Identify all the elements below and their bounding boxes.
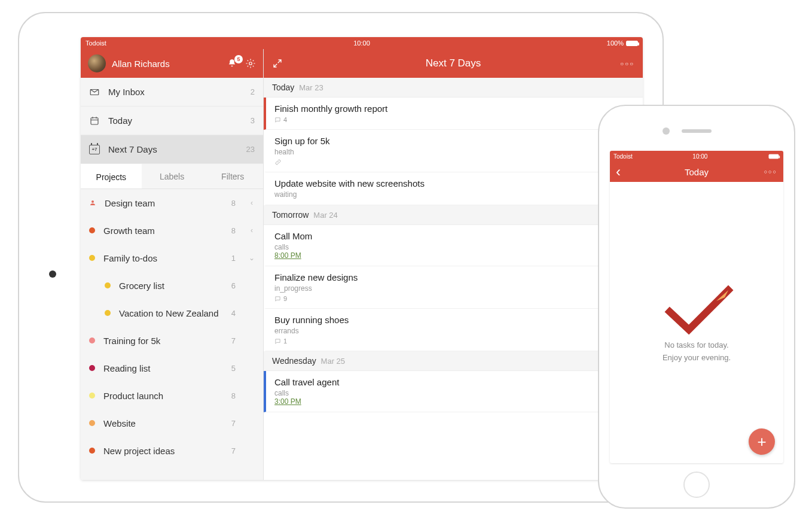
- svg-point-3: [91, 200, 94, 203]
- sidebar-tabs: Projects Labels Filters: [81, 164, 263, 189]
- nav-next7days[interactable]: +7 Next 7 Days 23: [81, 135, 263, 164]
- project-name: Reading list: [103, 363, 150, 373]
- iphone-nav-bar: ‹ Today ○○○: [610, 162, 783, 182]
- tab-filters[interactable]: Filters: [202, 164, 263, 188]
- project-item[interactable]: Family to-dos1⌄: [81, 244, 263, 272]
- chevron-icon[interactable]: ‹: [249, 226, 255, 235]
- calendar-7-icon: +7: [89, 145, 100, 154]
- ipad-device-frame: Todoist 10:00 100% Allan Richards 5: [18, 12, 664, 503]
- chevron-icon[interactable]: ⌄: [249, 254, 255, 262]
- project-name: New project ideas: [103, 446, 175, 456]
- task-item[interactable]: Finish monthly growth report4: [264, 98, 643, 130]
- link-icon: [274, 159, 282, 166]
- task-title: Finalize new designs: [274, 272, 634, 282]
- iphone-screen: Todoist 10:00 ‹ Today ○○○ No tasks for t…: [610, 151, 783, 463]
- task-item[interactable]: Finalize new designsin_progress9: [264, 266, 643, 309]
- task-list[interactable]: Today Mar 23Finish monthly growth report…: [264, 78, 643, 480]
- project-item[interactable]: Product launch8: [81, 382, 263, 409]
- empty-line-1: No tasks for today.: [664, 340, 728, 349]
- project-name: Training for 5k: [103, 336, 160, 346]
- comment-icon: [274, 338, 281, 345]
- section-day: Today: [272, 83, 294, 92]
- settings-button[interactable]: [245, 58, 256, 69]
- project-color-dot: [89, 365, 95, 371]
- sidebar: Allan Richards 5 My Inbox 2 Today 3: [81, 49, 264, 480]
- task-item[interactable]: Update website with new screenshotswaiti…: [264, 172, 643, 205]
- comment-icon: [274, 296, 281, 302]
- add-task-fab[interactable]: +: [749, 428, 775, 455]
- project-count: 6: [231, 281, 236, 290]
- main-header: Next 7 Days ○○○: [264, 49, 643, 78]
- svg-rect-2: [91, 117, 98, 124]
- task-item[interactable]: Buy running shoeserrands1: [264, 309, 643, 351]
- empty-state: No tasks for today. Enjoy your evening. …: [610, 182, 783, 463]
- section-header: Tomorrow Mar 24: [264, 205, 643, 225]
- chevron-icon[interactable]: ‹: [249, 199, 255, 207]
- nav-today-label: Today: [108, 115, 132, 126]
- task-title: Update website with new screenshots: [274, 178, 634, 188]
- iphone-status-bar: Todoist 10:00: [610, 151, 783, 162]
- iphone-title: Today: [610, 162, 783, 182]
- battery-icon: [769, 154, 779, 159]
- task-item[interactable]: Call Momcalls8:00 PM: [264, 225, 643, 266]
- task-item[interactable]: Call travel agentcalls3:00 PMVacation t…: [264, 371, 643, 412]
- user-avatar[interactable]: [88, 54, 106, 72]
- project-item[interactable]: New project ideas7: [81, 437, 263, 464]
- task-item[interactable]: Sign up for 5khealth: [264, 130, 643, 172]
- task-meta: health: [274, 148, 634, 156]
- task-meta: in_progress: [274, 284, 634, 293]
- task-meta: errands: [274, 327, 634, 335]
- statusbar-time: 10:00: [270, 39, 454, 47]
- iphone-home-button: [683, 472, 710, 498]
- notifications-count: 5: [234, 55, 243, 63]
- project-item[interactable]: Website7: [81, 409, 263, 437]
- ipad-status-bar: Todoist 10:00 100%: [81, 37, 643, 49]
- notifications-button[interactable]: 5: [225, 56, 239, 71]
- task-label: errands: [274, 327, 299, 335]
- project-color-dot: [89, 393, 95, 399]
- task-label: in_progress: [274, 284, 312, 293]
- project-name: Design team: [105, 198, 155, 208]
- task-title: Call travel agent: [274, 377, 634, 387]
- task-title: Buy running shoes: [274, 315, 634, 325]
- ipad-home-button: [49, 270, 56, 278]
- project-item[interactable]: Growth team8‹: [81, 217, 263, 244]
- project-color-dot: [89, 420, 95, 426]
- tab-labels[interactable]: Labels: [142, 164, 203, 188]
- nav-inbox[interactable]: My Inbox 2: [81, 78, 263, 107]
- iphone-camera: [663, 127, 670, 135]
- section-header: Today Mar 23: [264, 78, 643, 98]
- nav-today[interactable]: Today 3: [81, 107, 263, 135]
- section-date: Mar 23: [299, 83, 323, 92]
- user-name[interactable]: Allan Richards: [112, 59, 219, 69]
- task-label: health: [274, 148, 294, 156]
- task-title: Finish monthly growth report: [274, 104, 634, 114]
- project-item[interactable]: Design team8‹: [81, 189, 263, 217]
- task-meta: waiting: [274, 190, 634, 199]
- task-comments: 9: [274, 295, 634, 302]
- project-name: Grocery list: [119, 281, 164, 291]
- more-button[interactable]: ○○○: [764, 169, 777, 175]
- project-item[interactable]: Grocery list6: [81, 272, 263, 299]
- tab-projects[interactable]: Projects: [81, 164, 142, 188]
- project-item[interactable]: Vacation to New Zealand4: [81, 299, 263, 327]
- project-color-dot: [105, 282, 111, 288]
- project-item[interactable]: Reading list5: [81, 354, 263, 382]
- project-color-dot: [89, 255, 95, 261]
- task-title: Call Mom: [274, 231, 634, 241]
- task-meta: calls3:00 PM: [274, 389, 634, 406]
- project-list: Design team8‹Growth team8‹Family to-dos1…: [81, 189, 263, 480]
- ipad-screen: Todoist 10:00 100% Allan Richards 5: [81, 37, 643, 480]
- project-item[interactable]: Training for 5k7: [81, 327, 263, 354]
- project-count: 8: [231, 391, 236, 400]
- task-attachment: [274, 159, 634, 166]
- more-button[interactable]: ○○○: [620, 60, 634, 67]
- project-name: Website: [103, 418, 136, 428]
- inbox-icon: [89, 87, 100, 98]
- expand-button[interactable]: [272, 58, 283, 69]
- section-day: Tomorrow: [272, 210, 309, 220]
- task-meta: calls8:00 PM: [274, 243, 634, 260]
- section-date: Mar 25: [321, 357, 345, 366]
- project-name: Family to-dos: [103, 253, 157, 263]
- back-button[interactable]: ‹: [616, 165, 621, 179]
